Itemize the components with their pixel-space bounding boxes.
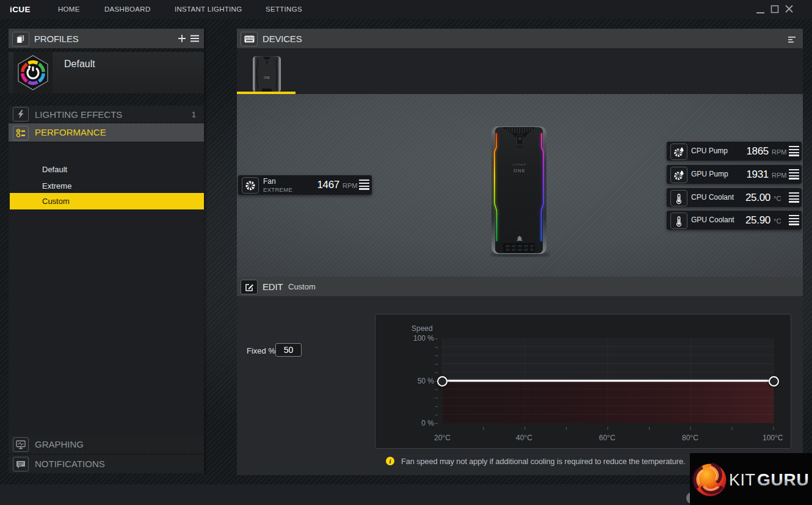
svg-text:CORSAIR: CORSAIR: [513, 164, 526, 166]
svg-text:GURU: GURU: [757, 470, 810, 489]
svg-text:KIT: KIT: [729, 471, 756, 489]
svg-text:ONE: ONE: [513, 168, 526, 173]
svg-text:ONE: ONE: [264, 76, 270, 79]
